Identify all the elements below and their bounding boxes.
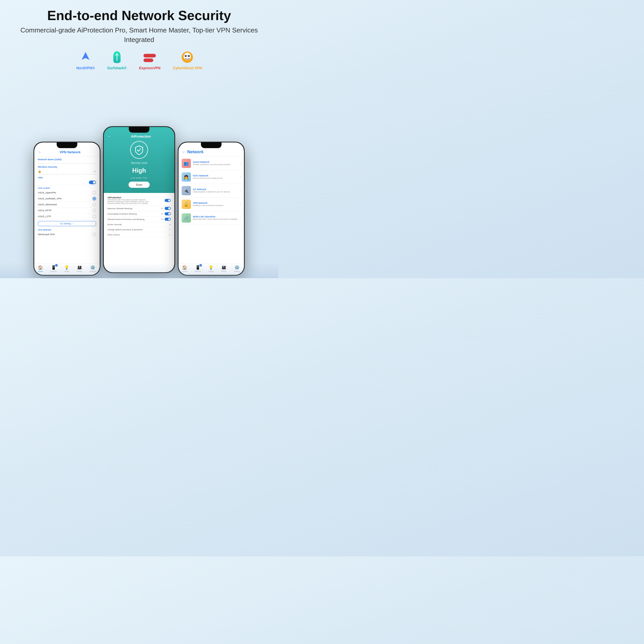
vpn-item-text: VPN Network Establish a secure internet … [193, 202, 238, 207]
net-item-iot[interactable]: 🔌 IoT Network Easily separate a network … [179, 184, 244, 198]
kids-title: Kid's Network [193, 174, 238, 177]
ai-security-level-label: Security Level [131, 162, 147, 164]
collapse-icon[interactable]: ∧ [169, 223, 171, 226]
vpn-server-item[interactable]: WireGuard VPN [34, 232, 100, 238]
ai-security-level-value: High [132, 167, 146, 174]
net-item-multi[interactable]: 🔗 Multi-Link Operation Boost data rates,… [179, 211, 244, 225]
vpn-net-title: VPN Network [193, 202, 238, 204]
iot-thumbnail: 🔌 [182, 186, 191, 195]
surfshark-icon [110, 50, 124, 64]
network-name-label: Network Name (SSID) [38, 158, 96, 161]
multi-thumbnail: 🔗 [182, 213, 191, 223]
multi-chevron-icon: › [240, 216, 241, 220]
vpn-radio-4[interactable] [92, 215, 96, 218]
ai-feature-1-toggle[interactable] [165, 212, 171, 215]
vpn-radio-0[interactable] [92, 191, 96, 194]
vpn-item-3[interactable]: ASUS_PPTP [34, 208, 100, 214]
ai-protection-title: AiProtection [107, 196, 149, 199]
ai-feature-1: Vulnerability Protection Blocking 0 [107, 211, 171, 217]
kids-desc: Ensure Internet access safety for kid. [193, 177, 238, 179]
network-name-field[interactable] [38, 161, 96, 164]
ai-protection-desc: AiProtection with Trend Micro provides r… [107, 199, 149, 204]
vpn-net-desc: Establish a secure internet connection. [193, 204, 238, 207]
iot-title: IoT Network [193, 188, 238, 191]
right-phone: ← Network 👥 Guest Network Provide schedu… [178, 142, 245, 276]
router-item-1-label: UPnP service [107, 234, 120, 236]
center-phone: ← AiProtection Security Level High Last … [103, 126, 175, 273]
vpn-client-label: VPN CLIENT [34, 186, 100, 190]
svg-rect-0 [143, 54, 156, 57]
network-screen-title: Network [187, 150, 204, 154]
page-title: End-to-end Network Security [47, 8, 231, 23]
router-security-row: Router Security ∧ [107, 222, 171, 227]
iot-desc: Easily separate a network for your IoT d… [193, 191, 238, 193]
wireless-security-section: Wireless Security 🔒 👁 [34, 164, 100, 175]
ai-feature-2-toggle[interactable] [165, 218, 171, 221]
wireless-security-field[interactable]: 🔒 👁 [38, 169, 96, 174]
vpn-item-name-1: ASUS_Surfshark_VPN [38, 197, 62, 200]
page-subtitle: Commercial-grade AiProtection Pro, Smart… [10, 26, 268, 44]
ai-feature-0-toggle[interactable] [165, 207, 171, 210]
vpn-item-2[interactable]: ASUS_WireGuard [34, 202, 100, 208]
lock-icon: 🔒 [38, 170, 41, 173]
network-name-section: Network Name (SSID) [34, 157, 100, 164]
surfshark-name: Surfshark® [107, 66, 127, 70]
left-phone-notch [57, 142, 77, 148]
wireless-security-label: Wireless Security [38, 166, 96, 168]
check-icon-1: ✓ [169, 233, 171, 236]
ai-scan-button[interactable]: Scan [129, 182, 149, 188]
right-phone-screen: ← Network 👥 Guest Network Provide schedu… [179, 142, 244, 275]
vpn-radio-2[interactable] [92, 203, 96, 206]
vpn-radio-1[interactable] [92, 197, 96, 200]
net-back-arrow-icon[interactable]: ← [182, 150, 186, 154]
left-phone: ← VPN Network Network Name (SSID) Wirele… [33, 142, 100, 276]
vpn-item-1[interactable]: ASUS_Surfshark_VPN [34, 196, 100, 202]
ai-feature-1-label: Vulnerability Protection Blocking [107, 213, 137, 215]
kids-item-text: Kid's Network Ensure Internet access saf… [193, 174, 238, 179]
svg-rect-1 [143, 58, 153, 62]
vpn-toggle-section: VPN [34, 175, 100, 186]
iot-item-text: IoT Network Easily separate a network fo… [193, 188, 238, 193]
net-item-guest[interactable]: 👥 Guest Network Provide scheduled or one… [179, 157, 244, 170]
ai-last-updated: Last update: 5/9/1 [131, 177, 147, 179]
go-setting-button[interactable]: Go Setting → [38, 221, 96, 226]
net-item-kids[interactable]: 👧 Kid's Network Ensure Internet access s… [179, 170, 244, 184]
ai-back-arrow-icon[interactable]: ← [107, 134, 111, 138]
surfshark-logo: Surfshark® [107, 50, 127, 70]
ai-feature-0-count: 0 [162, 207, 163, 210]
ai-feature-0: Malicious Website Blocking 0 [107, 206, 171, 211]
vpn-radio-3[interactable] [92, 209, 96, 212]
guest-thumbnail: 👥 [182, 159, 191, 168]
vpn-toggle-row [38, 180, 96, 185]
page-wrapper: End-to-end Network Security Commercial-g… [0, 0, 278, 278]
ai-back-row: ← AiProtection [107, 134, 171, 138]
vpn-logos-row: NordVPN® Surfshark® [76, 50, 202, 70]
vpn-server-radio[interactable] [92, 233, 96, 236]
vpn-item-name-3: ASUS_PPTP [38, 209, 52, 212]
svg-point-3 [184, 53, 191, 60]
cyberghost-logo: CyberGhost VPN [173, 50, 202, 70]
vpn-item-name-0: ASUS_OpenVPN [38, 191, 56, 194]
ai-feature-1-count: 0 [162, 213, 163, 215]
right-phone-notch [201, 142, 222, 148]
svg-point-6 [185, 55, 186, 56]
nordvpn-name: NordVPN® [76, 66, 95, 70]
net-item-vpn[interactable]: 🔒 VPN Network Establish a secure interne… [179, 198, 244, 211]
guest-item-text: Guest Network Provide scheduled or one t… [193, 161, 238, 166]
expressvpn-logo: ExpressVPN [139, 50, 160, 70]
ai-protection-section-row: AiProtection AiProtection with Trend Mic… [107, 195, 171, 206]
back-arrow-icon[interactable]: ← [38, 150, 42, 154]
iot-chevron-icon: › [240, 189, 241, 192]
ai-feature-2-count: 0 [162, 218, 163, 221]
svg-point-7 [189, 55, 189, 56]
ai-protection-toggle[interactable] [165, 199, 171, 202]
router-item-0-label: Change default username & password [107, 228, 142, 231]
guest-chevron-icon: › [240, 162, 241, 165]
vpn-item-4[interactable]: ASUS_L2TP [34, 214, 100, 219]
vpn-item-name-4: ASUS_L2TP [38, 215, 51, 218]
vpn-toggle[interactable] [89, 181, 96, 184]
ai-feature-2: Infected Device Prevention and Blocking … [107, 217, 171, 222]
router-security-label: Router Security [107, 223, 122, 226]
multi-title: Multi-Link Operation [193, 215, 238, 218]
vpn-item-0[interactable]: ASUS_OpenVPN [34, 190, 100, 196]
